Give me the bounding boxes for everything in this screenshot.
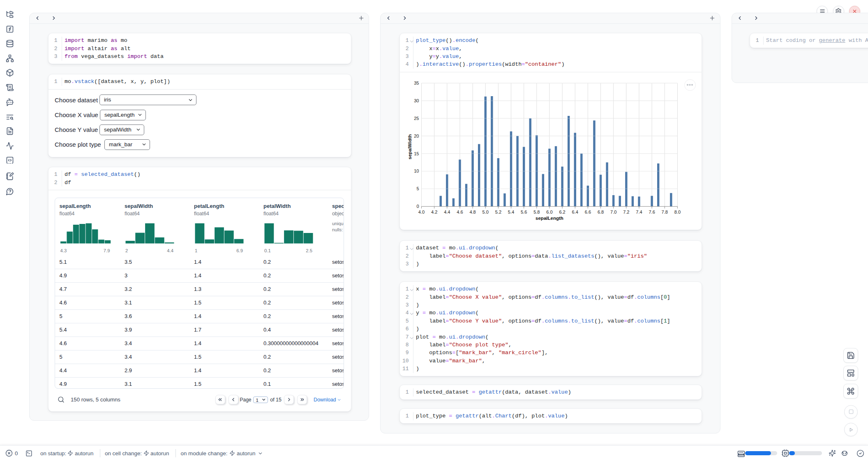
svg-text:7.4: 7.4	[636, 210, 642, 214]
svg-text:25: 25	[414, 116, 419, 121]
svg-text:7.8: 7.8	[662, 210, 668, 214]
svg-text:sepalLength: sepalLength	[536, 216, 563, 221]
svg-text:10: 10	[414, 168, 419, 173]
svg-text:4.6: 4.6	[457, 210, 463, 214]
svg-text:6.8: 6.8	[598, 210, 604, 214]
svg-text:5.8: 5.8	[533, 210, 540, 214]
svg-text:20: 20	[414, 134, 419, 138]
svg-text:6.0: 6.0	[546, 210, 552, 214]
svg-text:8.0: 8.0	[674, 210, 681, 214]
svg-text:4.8: 4.8	[469, 210, 476, 214]
svg-text:6.4: 6.4	[572, 210, 578, 214]
svg-text:0: 0	[416, 204, 419, 209]
svg-text:4.2: 4.2	[431, 210, 437, 214]
svg-text:4.0: 4.0	[418, 210, 425, 214]
svg-text:15: 15	[414, 151, 419, 156]
svg-text:5.6: 5.6	[521, 210, 527, 214]
svg-text:30: 30	[414, 98, 419, 103]
svg-text:6.2: 6.2	[559, 210, 565, 214]
svg-text:5.2: 5.2	[495, 210, 501, 214]
svg-text:sepalWidth: sepalWidth	[407, 134, 412, 159]
svg-text:4.4: 4.4	[444, 210, 450, 214]
svg-text:5: 5	[416, 186, 419, 191]
svg-text:6.6: 6.6	[585, 210, 591, 214]
svg-text:5.4: 5.4	[508, 210, 514, 214]
svg-text:7.6: 7.6	[649, 210, 655, 214]
svg-text:7.0: 7.0	[610, 210, 616, 214]
svg-text:7.2: 7.2	[623, 210, 629, 214]
svg-text:5.0: 5.0	[482, 210, 489, 214]
svg-text:35: 35	[414, 81, 419, 85]
